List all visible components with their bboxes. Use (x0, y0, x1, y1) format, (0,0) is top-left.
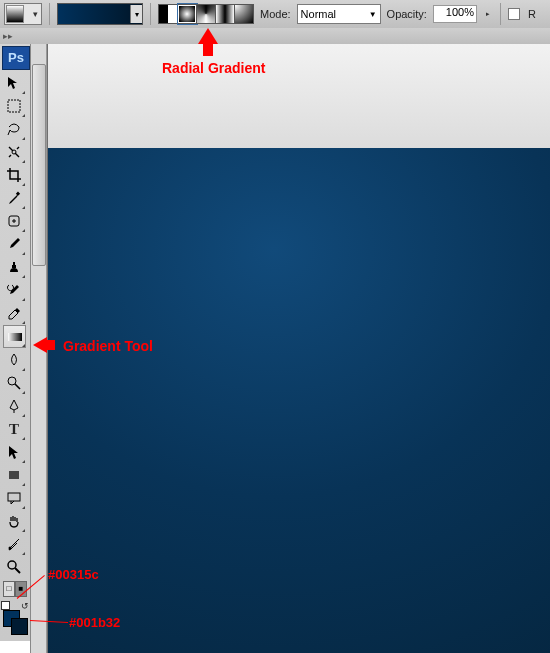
radial-gradient-button[interactable] (178, 4, 197, 24)
background-color[interactable] (11, 618, 28, 635)
crop-tool[interactable] (3, 164, 25, 186)
path-selection-tool[interactable] (3, 441, 25, 463)
svg-rect-4 (8, 333, 22, 341)
svg-line-11 (15, 568, 20, 573)
eraser-tool[interactable] (3, 302, 25, 324)
annotation-bg-hex: #001b32 (69, 615, 120, 630)
gradient-thumb-icon (6, 5, 24, 23)
swap-colors-icon[interactable]: ↺ (21, 601, 29, 611)
rectangle-shape-tool[interactable] (3, 464, 25, 486)
gradient-tool[interactable] (3, 325, 26, 348)
svg-point-5 (8, 377, 16, 385)
opacity-label: Opacity: (387, 8, 427, 20)
chevron-down-icon: ▾ (31, 8, 40, 20)
grip-icon[interactable]: ▸▸ (3, 31, 13, 41)
scrollbar-thumb[interactable] (32, 64, 46, 266)
healing-brush-tool[interactable] (3, 210, 25, 232)
type-tool[interactable]: T (3, 418, 25, 440)
annotation-fg-hex: #00315c (48, 567, 99, 582)
default-colors-icon[interactable] (1, 601, 10, 610)
svg-rect-7 (9, 471, 19, 479)
color-sampler-tool[interactable] (3, 533, 25, 555)
chevron-down-icon: ▼ (369, 10, 377, 19)
canvas-gradient-region (48, 148, 550, 653)
tool-panel: Ps T □■ ↺ (0, 44, 30, 641)
chevron-down-icon: ▾ (130, 5, 142, 23)
svg-point-9 (9, 547, 12, 550)
zoom-tool[interactable] (3, 556, 25, 578)
annotation-gradient-tool: Gradient Tool (63, 338, 153, 354)
marquee-tool[interactable] (3, 95, 25, 117)
quick-selection-tool[interactable] (3, 141, 25, 163)
quick-mask-toggle[interactable]: □■ (3, 581, 27, 597)
divider (150, 3, 151, 25)
blend-mode-value: Normal (301, 8, 336, 20)
opacity-input[interactable]: 100% (433, 5, 477, 23)
app-badge[interactable]: Ps (2, 46, 30, 70)
reverse-short-label: R (528, 8, 536, 20)
brush-tool[interactable] (3, 233, 25, 255)
svg-point-10 (8, 561, 16, 569)
annotation-arrow-icon (33, 337, 47, 353)
color-swatches: ↺ (1, 601, 29, 633)
pen-tool[interactable] (3, 395, 25, 417)
history-brush-tool[interactable] (3, 279, 25, 301)
diamond-gradient-button[interactable] (235, 4, 254, 24)
annotation-arrow-icon (198, 28, 218, 44)
clone-stamp-tool[interactable] (3, 256, 25, 278)
dock-header: ▸▸ (0, 28, 550, 45)
tool-preset-picker[interactable]: ▾ (4, 3, 42, 25)
angle-gradient-button[interactable] (197, 4, 216, 24)
mode-label: Mode: (260, 8, 291, 20)
svg-point-1 (12, 150, 16, 154)
linear-gradient-button[interactable] (158, 4, 178, 24)
dodge-tool[interactable] (3, 372, 25, 394)
lasso-tool[interactable] (3, 118, 25, 140)
svg-line-6 (15, 384, 20, 389)
opacity-flyout-icon[interactable]: ▸ (483, 5, 493, 23)
svg-rect-0 (8, 100, 20, 112)
options-bar: ▾ ▾ Mode: Normal ▼ Opacity: 100% ▸ R (0, 0, 550, 29)
hand-tool[interactable] (3, 510, 25, 532)
notes-tool[interactable] (3, 487, 25, 509)
svg-rect-2 (16, 192, 20, 196)
reflected-gradient-button[interactable] (216, 4, 235, 24)
annotation-radial-gradient: Radial Gradient (162, 60, 265, 76)
gradient-picker[interactable]: ▾ (57, 3, 143, 25)
svg-rect-8 (8, 493, 20, 501)
divider (500, 3, 501, 25)
gradient-type-group (158, 4, 254, 24)
blur-tool[interactable] (3, 349, 25, 371)
canvas-top-region (48, 44, 550, 148)
eyedropper-tool[interactable] (3, 187, 25, 209)
divider (49, 3, 50, 25)
move-tool[interactable] (3, 72, 25, 94)
blend-mode-select[interactable]: Normal ▼ (297, 4, 381, 24)
reverse-checkbox[interactable] (508, 8, 520, 20)
